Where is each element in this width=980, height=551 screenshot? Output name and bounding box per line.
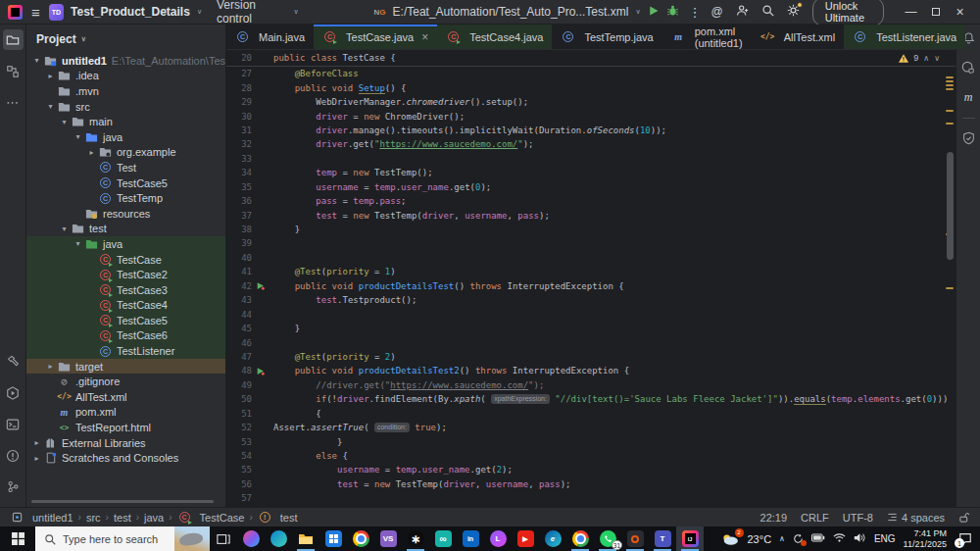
code-line-40[interactable]: 40: [226, 251, 956, 265]
code-line-20[interactable]: 20public class TestCase {: [226, 51, 396, 65]
run-config-name[interactable]: E:/Teat_Automation/Test_Auto_Pro...Test.…: [393, 5, 629, 19]
language-indicator[interactable]: ENG: [874, 533, 896, 544]
taskbar-microsoft-store-icon[interactable]: [319, 526, 347, 551]
code-line-32[interactable]: 32 driver.get("https://www.saucedemo.com…: [226, 137, 956, 151]
more-actions-icon[interactable]: ⋮: [686, 5, 705, 20]
code-line-36[interactable]: 36 pass = temp.pass;: [226, 194, 956, 208]
tree-item-src[interactable]: ▾src: [26, 99, 225, 115]
chevron-open-icon[interactable]: ▾: [44, 102, 57, 111]
tree-item-gitignore[interactable]: ⊘.gitignore: [26, 374, 225, 389]
taskbar-linkedin-icon[interactable]: in: [457, 526, 484, 551]
taskbar-task-view-icon[interactable]: [210, 526, 237, 551]
tree-item-org-example[interactable]: ▸org.example: [26, 145, 225, 161]
search-highlight-image[interactable]: [174, 526, 210, 551]
weather-icon[interactable]: 2: [720, 532, 740, 546]
settings-gear-icon[interactable]: [787, 4, 800, 20]
code-line-42[interactable]: 42 public void productDetailsTest() thro…: [226, 279, 956, 293]
scrollbar-thumb[interactable]: [947, 152, 954, 260]
maximize-button[interactable]: [923, 5, 948, 19]
tree-item-mvn[interactable]: .mvn: [26, 83, 225, 99]
tree-item-testcase[interactable]: CTestCase: [26, 252, 225, 268]
taskbar-infinity-app-icon[interactable]: ∞: [429, 526, 457, 551]
tree-item-untitled1[interactable]: ▾untitled1E:\Teat_Automation\Test_Auto_P…: [26, 53, 225, 69]
build-tool-icon[interactable]: [3, 351, 24, 372]
editor-scrollbar[interactable]: [943, 67, 956, 507]
maven-tool-icon[interactable]: m: [964, 90, 973, 105]
problems-tool-icon[interactable]: [3, 445, 24, 466]
taskbar-clock[interactable]: 7:41 PM 11/21/2025: [904, 528, 947, 549]
file-encoding[interactable]: UTF-8: [843, 512, 873, 524]
run-test-icon[interactable]: [252, 367, 269, 376]
vcs-widget[interactable]: Version control: [217, 0, 286, 25]
chevron-open-icon[interactable]: ▾: [58, 225, 71, 233]
tree-item-alltest-xml[interactable]: </>AllTest.xml: [26, 389, 225, 405]
code-line-41[interactable]: 41 @Test(priority = 1): [226, 265, 956, 278]
taskbar-search[interactable]: Type here to search: [35, 526, 210, 551]
taskbar-chrome-profile2-icon[interactable]: [566, 526, 594, 551]
tree-item-testcase5[interactable]: CTestCase5: [26, 175, 225, 191]
sync-icon[interactable]: [793, 533, 804, 544]
code-line-46[interactable]: 46: [226, 335, 956, 349]
tree-item-resources[interactable]: resources: [26, 206, 225, 222]
breadcrumb-test-5[interactable]: !test: [258, 512, 298, 524]
volume-icon[interactable]: [854, 532, 866, 545]
tree-item-pom-xml[interactable]: mpom.xml: [26, 405, 225, 421]
code-with-me-icon[interactable]: @: [711, 5, 723, 19]
chevron-down-icon[interactable]: ∨: [197, 8, 202, 16]
tree-item-testcase3[interactable]: CTestCase3: [26, 282, 225, 298]
code-line-53[interactable]: 53 }: [226, 434, 956, 448]
code-line-28[interactable]: 28 public void Setup() {: [226, 80, 956, 94]
code-editor[interactable]: 27 @BeforeClass28 public void Setup() {2…: [226, 67, 956, 507]
prev-warning-icon[interactable]: ∧: [923, 54, 929, 63]
code-line-34[interactable]: 34 temp = new TestTemp();: [226, 166, 956, 179]
breadcrumb-src-1[interactable]: src: [86, 512, 101, 524]
tab-testcase-java[interactable]: CTestCase.java×: [314, 25, 437, 49]
tree-item-testcase2[interactable]: CTestCase2: [26, 267, 225, 282]
taskbar-chrome-icon[interactable]: [347, 526, 374, 551]
terminal-tool-icon[interactable]: [3, 414, 24, 434]
tree-item-idea[interactable]: ▸.idea: [26, 69, 225, 84]
add-user-icon[interactable]: [736, 4, 749, 20]
tree-item-test[interactable]: ▾test: [26, 222, 225, 237]
structure-tool-icon[interactable]: [3, 61, 24, 81]
tree-item-scratches-and-consoles[interactable]: ▸Scratches and Consoles: [26, 450, 225, 466]
next-warning-icon[interactable]: ∨: [934, 54, 940, 63]
main-menu-icon[interactable]: ≡: [29, 5, 42, 20]
chevron-closed-icon[interactable]: ▸: [30, 454, 43, 463]
code-line-52[interactable]: 52Assert.assertTrue( condition: true);: [226, 421, 956, 434]
code-line-48[interactable]: 48 public void productDetailsTest2() thr…: [226, 364, 956, 377]
taskbar-chatgpt-icon[interactable]: ∗: [402, 526, 429, 551]
tree-item-target[interactable]: ▸target: [26, 359, 225, 375]
code-line-54[interactable]: 54 else {: [226, 449, 956, 463]
tree-item-test[interactable]: CTest: [26, 160, 225, 175]
tree-item-testcase5[interactable]: CTestCase5: [26, 313, 225, 328]
taskbar-teams-icon[interactable]: T: [649, 526, 676, 551]
wifi-icon[interactable]: [833, 532, 846, 545]
code-line-44[interactable]: 44: [226, 307, 956, 321]
breadcrumb-testcase-4[interactable]: CTestCase: [177, 512, 245, 524]
project-panel-header[interactable]: Project ∨: [26, 25, 225, 53]
sticky-class-line[interactable]: 20public class TestCase {9∧∨: [226, 50, 956, 67]
tree-item-external-libraries[interactable]: ▸External Libraries: [26, 435, 225, 451]
chevron-closed-icon[interactable]: ▸: [30, 438, 43, 447]
taskbar-visual-studio-icon[interactable]: VS: [374, 526, 402, 551]
run-button[interactable]: [648, 5, 660, 20]
tab-pom-xml-untitled1[interactable]: mpom.xml (untitled1): [662, 25, 752, 49]
tree-item-testcase6[interactable]: CTestCase6: [26, 328, 225, 344]
minimize-button[interactable]: —: [899, 5, 923, 19]
tree-item-testcase4[interactable]: CTestCase4: [26, 298, 225, 314]
breadcrumb-test-2[interactable]: test: [114, 512, 131, 524]
code-line-31[interactable]: 31 driver.manage().timeouts().implicitly…: [226, 124, 956, 137]
taskbar-loop-icon[interactable]: L: [484, 526, 512, 551]
code-line-27[interactable]: 27 @BeforeClass: [226, 67, 956, 80]
chevron-open-icon[interactable]: ▾: [72, 132, 84, 141]
tree-item-main[interactable]: ▾main: [26, 114, 225, 129]
breadcrumb-java-3[interactable]: java: [144, 512, 164, 524]
project-name[interactable]: Test_Product_Details: [71, 5, 190, 19]
tree-item-testreport-html[interactable]: <>TestReport.html: [26, 420, 225, 435]
chevron-down-icon[interactable]: ∨: [293, 8, 298, 16]
search-everywhere-icon[interactable]: [761, 4, 774, 20]
close-button[interactable]: ×: [948, 4, 972, 20]
unlock-icon[interactable]: [958, 512, 970, 524]
taskbar-copilot-icon[interactable]: [237, 526, 265, 551]
